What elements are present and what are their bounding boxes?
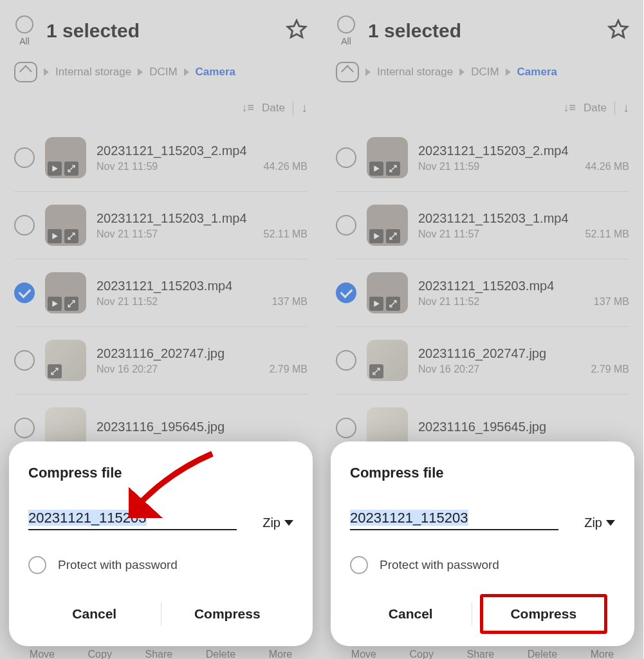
protect-option[interactable]: Protect with password <box>350 556 615 574</box>
crumb-0[interactable]: Internal storage <box>55 66 131 79</box>
file-row[interactable]: 20231116_202747.jpg Nov 16 20:272.79 MB <box>14 327 308 394</box>
action-more[interactable]: More <box>591 649 614 659</box>
checkbox[interactable] <box>14 147 35 168</box>
sort-icon[interactable]: ↓≡ <box>564 101 576 115</box>
protect-label: Protect with password <box>380 558 499 572</box>
divider <box>472 602 472 626</box>
photo-thumbnail[interactable] <box>367 340 408 381</box>
filename-input[interactable]: 20231121_115203 <box>28 507 237 530</box>
checkbox[interactable] <box>14 418 35 438</box>
compress-button[interactable]: Compress <box>480 594 608 634</box>
action-copy[interactable]: Copy <box>410 649 434 659</box>
home-icon[interactable] <box>336 62 359 82</box>
breadcrumb: Internal storage DCIM Camera <box>336 62 629 82</box>
checkbox-checked[interactable] <box>336 283 356 303</box>
file-name: 20231121_115203_1.mp4 <box>418 211 629 226</box>
file-name: 20231121_115203_2.mp4 <box>97 144 308 158</box>
action-share[interactable]: Share <box>467 649 495 659</box>
file-name: 20231121_115203_2.mp4 <box>418 144 629 158</box>
sort-direction-icon[interactable]: ↓ <box>301 100 308 115</box>
home-icon[interactable] <box>14 62 37 82</box>
file-row[interactable]: 20231121_115203.mp4 Nov 21 11:52137 MB <box>336 259 629 327</box>
format-label: Zip <box>262 515 281 530</box>
file-size: 137 MB <box>272 296 308 308</box>
expand-icon <box>48 364 62 378</box>
checkbox[interactable] <box>14 215 35 236</box>
crumb-2[interactable]: Camera <box>517 66 557 79</box>
format-label: Zip <box>584 515 602 530</box>
screenshot-left: All 1 selected Internal storage DCIM Cam… <box>0 0 322 659</box>
sort-direction-icon[interactable]: ↓ <box>623 100 629 115</box>
video-thumbnail[interactable] <box>45 272 86 313</box>
checkbox[interactable] <box>336 215 356 236</box>
file-row[interactable]: 20231116_202747.jpg Nov 16 20:272.79 MB <box>336 327 629 394</box>
file-row[interactable]: 20231121_115203_2.mp4 Nov 21 11:5944.26 … <box>336 124 629 192</box>
file-name: 20231121_115203.mp4 <box>97 279 308 293</box>
action-move[interactable]: Move <box>30 649 55 659</box>
video-thumbnail[interactable] <box>367 137 408 178</box>
photo-thumbnail[interactable] <box>45 340 86 381</box>
select-all-checkbox[interactable] <box>337 15 355 33</box>
file-list: 20231121_115203_2.mp4 Nov 21 11:5944.26 … <box>14 124 308 462</box>
file-size: 52.11 MB <box>264 228 308 240</box>
chevron-down-icon <box>606 520 615 526</box>
file-row[interactable]: 20231121_115203.mp4 Nov 21 11:52137 MB <box>14 259 308 327</box>
crumb-1[interactable]: DCIM <box>471 66 499 79</box>
compress-button[interactable]: Compress <box>161 597 294 631</box>
checkbox[interactable] <box>336 418 356 438</box>
video-thumbnail[interactable] <box>45 205 86 246</box>
checkbox[interactable] <box>14 350 35 371</box>
file-row[interactable]: 20231121_115203_1.mp4 Nov 21 11:5752.11 … <box>336 192 629 259</box>
expand-icon <box>386 229 400 243</box>
checkbox[interactable] <box>336 350 356 371</box>
crumb-1[interactable]: DCIM <box>149 66 177 79</box>
expand-icon <box>64 229 78 243</box>
checkbox[interactable] <box>336 147 356 168</box>
favorite-icon[interactable] <box>286 19 308 43</box>
action-copy[interactable]: Copy <box>88 649 112 659</box>
chevron-right-icon <box>506 68 511 76</box>
cancel-button[interactable]: Cancel <box>28 597 161 631</box>
video-thumbnail[interactable] <box>45 137 86 178</box>
file-date: Nov 16 20:27 <box>97 364 158 375</box>
file-row[interactable]: 20231121_115203_1.mp4 Nov 21 11:5752.11 … <box>14 192 308 259</box>
header-row: All 1 selected <box>14 15 308 46</box>
favorite-icon[interactable] <box>607 19 629 43</box>
divider <box>614 101 615 115</box>
divider <box>293 101 293 115</box>
screenshot-right: All 1 selected Internal storage DCIM Cam… <box>322 0 643 659</box>
all-label: All <box>341 36 351 46</box>
file-size: 52.11 MB <box>585 228 629 240</box>
format-select[interactable]: Zip <box>262 515 293 530</box>
select-all-checkbox[interactable] <box>15 15 33 33</box>
sort-label[interactable]: Date <box>584 102 607 115</box>
sort-label[interactable]: Date <box>262 102 285 115</box>
filename-input[interactable]: 20231121_115203 <box>350 507 558 530</box>
cancel-button[interactable]: Cancel <box>350 597 472 631</box>
action-delete[interactable]: Delete <box>528 649 557 659</box>
protect-option[interactable]: Protect with password <box>28 556 293 574</box>
expand-icon <box>386 297 400 311</box>
action-move[interactable]: Move <box>351 649 376 659</box>
crumb-2[interactable]: Camera <box>196 66 235 79</box>
video-thumbnail[interactable] <box>367 272 408 313</box>
video-thumbnail[interactable] <box>367 205 408 246</box>
page-title: 1 selected <box>368 20 596 42</box>
file-size: 44.26 MB <box>264 161 308 172</box>
radio-icon[interactable] <box>28 556 46 574</box>
file-name: 20231121_115203_1.mp4 <box>97 211 308 226</box>
file-row[interactable]: 20231121_115203_2.mp4 Nov 21 11:5944.26 … <box>14 124 308 192</box>
action-delete[interactable]: Delete <box>206 649 235 659</box>
action-more[interactable]: More <box>269 649 292 659</box>
checkbox-checked[interactable] <box>14 283 35 303</box>
format-select[interactable]: Zip <box>584 515 615 530</box>
chevron-right-icon <box>138 68 143 76</box>
chevron-right-icon <box>365 68 371 76</box>
action-share[interactable]: Share <box>145 649 173 659</box>
file-list: 20231121_115203_2.mp4 Nov 21 11:5944.26 … <box>336 124 629 462</box>
radio-icon[interactable] <box>350 556 368 574</box>
file-date: Nov 21 11:59 <box>97 161 158 172</box>
sort-icon[interactable]: ↓≡ <box>242 101 255 115</box>
crumb-0[interactable]: Internal storage <box>377 66 453 79</box>
expand-icon <box>386 162 400 176</box>
